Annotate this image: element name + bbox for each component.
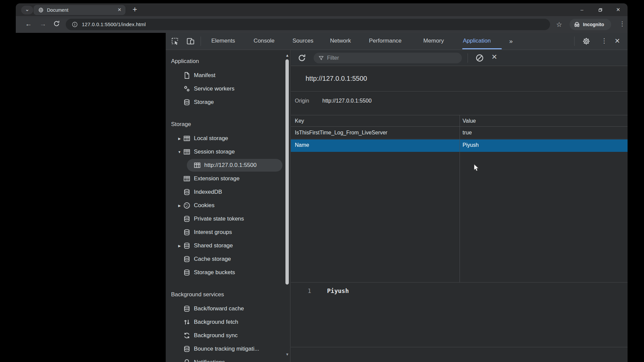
window-close-button[interactable]: ✕ (612, 5, 624, 14)
tab-memory[interactable]: Memory (423, 38, 444, 44)
refresh-icon[interactable] (298, 54, 306, 62)
tab-performance[interactable]: Performance (369, 38, 401, 44)
table-icon (183, 135, 191, 142)
browser-menu-kebab-icon[interactable]: ⋮ (619, 20, 625, 27)
cell-value: Piyush (463, 142, 479, 148)
inspect-element-icon[interactable] (171, 37, 179, 45)
tab-network[interactable]: Network (330, 38, 351, 44)
browser-tab[interactable]: Document ✕ (34, 5, 125, 15)
table-row[interactable]: IsThisFirstTime_Log_From_LiveServer true (291, 127, 628, 139)
forward-button[interactable]: → (40, 20, 46, 28)
sidebar-item-background-sync[interactable]: Background sync (166, 329, 290, 342)
database-icon (183, 229, 191, 236)
divider (574, 37, 575, 46)
filter-pill (314, 53, 462, 63)
delete-selected-icon[interactable]: ✕ (491, 53, 497, 61)
value-column-header[interactable]: Value (463, 118, 476, 124)
service-workers-icon (183, 85, 191, 93)
database-icon (183, 242, 191, 249)
table-icon (183, 148, 191, 156)
devtools-close-icon[interactable]: ✕ (614, 37, 620, 45)
storage-toolbar: ✕ (291, 50, 628, 66)
sidebar-item-shared-storage[interactable]: ▶Shared storage (166, 239, 290, 252)
origin-value: http://127.0.0.1:5500 (322, 98, 372, 104)
sidebar-item-manifest[interactable]: Manifest (166, 69, 290, 82)
address-bar[interactable]: 127.0.0.1:5500/1/index.html (66, 19, 550, 30)
window-restore-button[interactable] (594, 5, 606, 14)
sidebar-item-bounce-tracking[interactable]: Bounce tracking mitigati... (166, 342, 290, 356)
sidebar-item-background-fetch[interactable]: Background fetch (166, 315, 290, 329)
more-tabs-icon[interactable]: » (509, 38, 513, 45)
key-column-header[interactable]: Key (295, 118, 304, 124)
sidebar-item-notifications[interactable]: Notifications (166, 356, 290, 362)
table-icon (194, 162, 201, 169)
sidebar-item-extension-storage[interactable]: Extension storage (166, 172, 290, 185)
new-tab-button[interactable]: + (130, 4, 140, 14)
table-row-selected[interactable]: Name Piyush (291, 139, 628, 152)
database-icon (183, 305, 191, 312)
sidebar-item-storage-buckets[interactable]: Storage buckets (166, 266, 290, 279)
key-value-table: Key Value IsThisFirstTime_Log_From_LiveS… (291, 115, 628, 282)
page-viewport (16, 33, 166, 362)
devtools-tab-bar: Elements Console Sources Network Perform… (166, 33, 628, 50)
sidebar-item-private-state-tokens[interactable]: Private state tokens (166, 212, 290, 226)
divider (291, 347, 628, 347)
filter-input[interactable] (327, 53, 458, 63)
database-icon (183, 99, 191, 106)
scroll-up-icon[interactable]: ▲ (285, 53, 289, 57)
cell-key: IsThisFirstTime_Log_From_LiveServer (295, 130, 387, 136)
devtools-menu-kebab-icon[interactable]: ⋮ (601, 37, 607, 45)
sidebar-item-back-forward-cache[interactable]: Back/forward cache (166, 302, 290, 315)
clear-all-icon[interactable] (475, 54, 484, 62)
devtools-panel: Elements Console Sources Network Perform… (166, 33, 628, 362)
selected-origin-pill[interactable]: http://127.0.0.1:5500 (187, 159, 282, 172)
sidebar-section-background-services: Background services Back/forward cache B… (166, 287, 290, 362)
sidebar-item-cache-storage[interactable]: Cache storage (166, 252, 290, 266)
expander-collapsed-icon[interactable]: ▶ (176, 204, 183, 207)
incognito-label: Incognito (583, 22, 604, 27)
sidebar-item-storage[interactable]: Storage (166, 96, 290, 109)
application-sidebar: Application Manifest Service workers Sto… (166, 50, 290, 362)
expander-collapsed-icon[interactable]: ▶ (176, 137, 183, 140)
browser-window: ⌄ Document ✕ + – ✕ ← → 127.0.0.1:5500/1/… (16, 3, 628, 362)
tab-close-icon[interactable]: ✕ (117, 7, 121, 12)
database-icon (183, 188, 191, 196)
sidebar-item-local-storage[interactable]: ▶Local storage (166, 132, 290, 145)
scroll-down-icon[interactable]: ▼ (285, 352, 289, 356)
reload-button[interactable] (53, 20, 60, 29)
bookmark-star-icon[interactable]: ☆ (556, 20, 562, 28)
chevron-down-icon: ⌄ (25, 6, 29, 12)
site-info-icon[interactable] (72, 21, 78, 27)
window-minimize-button[interactable]: – (576, 5, 588, 14)
restore-icon (597, 7, 603, 12)
sidebar-scrollbar[interactable] (285, 59, 289, 285)
sidebar-section-application: Application Manifest Service workers Sto… (166, 54, 290, 109)
incognito-badge: Incognito (570, 19, 611, 30)
sidebar-item-service-workers[interactable]: Service workers (166, 82, 290, 96)
back-button[interactable]: ← (25, 20, 32, 28)
address-toolbar: ← → 127.0.0.1:5500/1/index.html ☆ Incogn… (16, 16, 628, 33)
sidebar-item-interest-groups[interactable]: Interest groups (166, 226, 290, 239)
tab-console[interactable]: Console (254, 38, 274, 44)
sidebar-item-session-storage[interactable]: ▼Session storage (166, 145, 290, 159)
bell-icon (183, 359, 191, 362)
tab-application[interactable]: Application (463, 38, 491, 44)
column-divider[interactable] (460, 115, 460, 282)
origin-label: Origin (295, 98, 309, 104)
settings-gear-icon[interactable] (582, 37, 590, 45)
tab-sources[interactable]: Sources (292, 38, 313, 44)
database-icon (183, 269, 191, 276)
sidebar-item-cookies[interactable]: ▶Cookies (166, 199, 290, 212)
expander-expanded-icon[interactable]: ▼ (176, 150, 183, 154)
divider (201, 37, 201, 46)
tab-elements[interactable]: Elements (211, 38, 235, 44)
filter-funnel-icon (318, 55, 324, 61)
manifest-file-icon (183, 72, 191, 79)
incognito-icon (574, 21, 580, 28)
sidebar-item-session-origin[interactable]: http://127.0.0.1:5500 (166, 159, 290, 172)
device-toolbar-icon[interactable] (186, 37, 195, 45)
expander-collapsed-icon[interactable]: ▶ (176, 244, 183, 248)
sidebar-item-indexeddb[interactable]: IndexedDB (166, 185, 290, 199)
tab-strip: ⌄ Document ✕ + – ✕ (16, 3, 628, 16)
tab-search-button[interactable]: ⌄ (21, 6, 33, 14)
